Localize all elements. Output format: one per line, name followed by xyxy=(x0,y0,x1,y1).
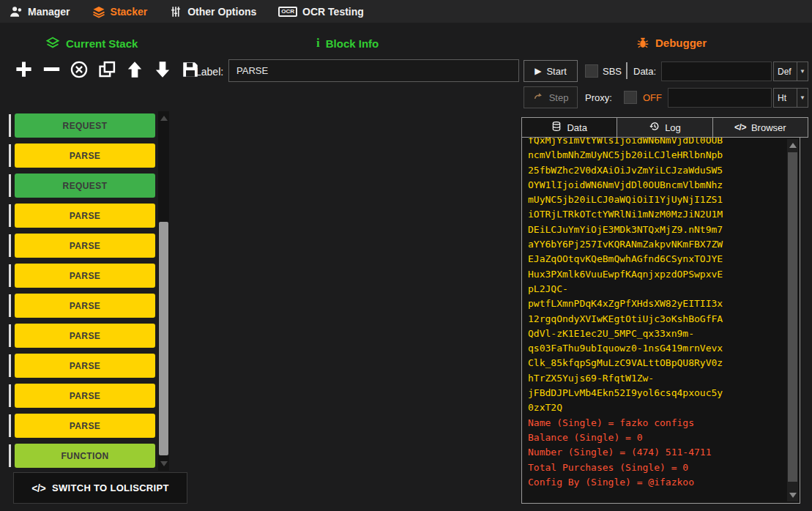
nav-ocr-testing[interactable]: OCR OCR Testing xyxy=(278,6,364,18)
chevron-down-icon: ▼ xyxy=(797,89,808,107)
stack-block[interactable]: REQUEST xyxy=(15,174,155,198)
database-icon xyxy=(551,121,562,134)
nav-manager[interactable]: Manager xyxy=(10,5,70,18)
stack-block-list: REQUEST PARSE REQUEST PARSE PARSE PARSE … xyxy=(15,113,155,474)
copy-icon xyxy=(98,60,116,81)
nav-other-options-label: Other Options xyxy=(187,6,256,18)
switch-to-loliscript-button[interactable]: </> SWITCH TO LOLISCRIPT xyxy=(13,472,187,504)
tab-browser[interactable]: </> Browser xyxy=(712,117,808,138)
stack-block[interactable]: FUNCTION xyxy=(15,444,155,468)
proxy-checkbox[interactable] xyxy=(624,91,637,104)
code-icon: </> xyxy=(734,122,746,133)
sbs-checkbox[interactable] xyxy=(585,64,598,78)
history-clock-icon xyxy=(649,121,660,134)
captured-data-text: Name (Single) = fazko configs Balance (S… xyxy=(528,416,778,490)
debugger-tabs: Data Log </> Browser xyxy=(521,117,808,138)
add-block-button[interactable] xyxy=(12,58,35,83)
nav-stacker[interactable]: Stacker xyxy=(92,5,148,18)
tab-data-label: Data xyxy=(567,122,586,133)
data-label: Data: xyxy=(633,66,656,77)
scroll-up-icon[interactable] xyxy=(789,143,797,148)
proxy-type-dropdown[interactable]: Ht ▼ xyxy=(773,88,808,108)
wordlist-type-dropdown[interactable]: Def ▼ xyxy=(773,61,808,81)
tab-browser-label: Browser xyxy=(751,122,786,133)
debugger-output-text: fQxMjYsImVtYWlsIjoidWN6NmVjdDl0OUB ncmVl… xyxy=(528,137,778,490)
stack-diamond-icon xyxy=(45,36,60,51)
move-block-down-button[interactable] xyxy=(151,58,174,83)
scroll-down-icon[interactable] xyxy=(789,493,797,498)
step-arrow-icon xyxy=(533,92,544,104)
stack-block[interactable]: REQUEST xyxy=(15,113,155,138)
block-info-title: Block Info xyxy=(326,37,379,50)
disable-block-button[interactable] xyxy=(67,58,91,83)
plus-icon xyxy=(14,59,34,81)
stack-block[interactable]: PARSE xyxy=(15,324,155,348)
stack-block[interactable]: PARSE xyxy=(15,294,155,318)
scroll-up-icon[interactable] xyxy=(160,116,168,121)
remove-block-button[interactable] xyxy=(40,58,63,83)
current-stack-title: Current Stack xyxy=(66,37,138,50)
step-button-label: Step xyxy=(549,92,569,103)
sbs-label: SBS xyxy=(603,66,622,77)
block-label-input[interactable] xyxy=(228,59,519,82)
stack-toolbar xyxy=(12,58,202,83)
code-icon: </> xyxy=(31,482,45,494)
circle-x-icon xyxy=(70,60,89,81)
scroll-down-icon[interactable] xyxy=(160,461,168,466)
info-icon: i xyxy=(316,36,320,51)
arrow-up-icon xyxy=(125,60,144,81)
start-button[interactable]: ▶ Start xyxy=(524,60,578,82)
stack-block[interactable]: PARSE xyxy=(15,414,155,438)
wordlist-type-value: Def xyxy=(774,67,797,77)
arrow-down-icon xyxy=(153,60,172,81)
step-button[interactable]: Step xyxy=(524,86,578,108)
clone-block-button[interactable] xyxy=(95,58,119,83)
current-stack-header: Current Stack xyxy=(45,36,138,51)
stack-block[interactable]: PARSE xyxy=(15,264,155,288)
stack-block[interactable]: PARSE xyxy=(15,204,155,228)
nav-manager-label: Manager xyxy=(28,6,70,18)
stack-scrollbar-thumb[interactable] xyxy=(159,222,168,455)
move-block-up-button[interactable] xyxy=(123,58,146,83)
nav-other-options[interactable]: Other Options xyxy=(169,5,256,18)
ocr-icon: OCR xyxy=(278,7,297,17)
tab-log-label: Log xyxy=(665,122,681,133)
nav-stacker-label: Stacker xyxy=(111,6,148,18)
chevron-down-icon: ▼ xyxy=(797,62,808,81)
block-label-caption: Label: xyxy=(195,66,223,78)
output-scrollbar-thumb[interactable] xyxy=(788,152,797,482)
proxy-type-value: Ht xyxy=(774,93,797,103)
tab-log[interactable]: Log xyxy=(617,117,712,138)
sliders-icon xyxy=(169,5,182,18)
start-button-label: Start xyxy=(546,66,566,77)
stack-block[interactable]: PARSE xyxy=(15,354,155,378)
manager-user-icon xyxy=(10,5,23,18)
debugger-title: Debugger xyxy=(655,37,707,49)
bug-icon xyxy=(636,36,649,49)
proxy-label: Proxy: xyxy=(585,92,612,103)
proxy-status: OFF xyxy=(643,92,662,103)
data-input[interactable] xyxy=(661,61,772,81)
top-navbar: Manager Stacker Other Options OCR OCR Te… xyxy=(0,0,812,23)
stack-layers-icon xyxy=(92,5,105,18)
switch-button-label: SWITCH TO LOLISCRIPT xyxy=(52,482,169,493)
debugger-output-panel: fQxMjYsImVtYWlsIjoidWN6NmVjdDl0OUB ncmVl… xyxy=(521,137,800,504)
tab-data[interactable]: Data xyxy=(521,117,617,138)
controls-divider xyxy=(626,62,627,79)
output-scrollbar[interactable] xyxy=(787,139,798,501)
block-info-header: i Block Info xyxy=(316,36,379,51)
stack-scrollbar[interactable] xyxy=(158,111,169,471)
stack-block[interactable]: PARSE xyxy=(15,143,155,168)
stack-block[interactable]: PARSE xyxy=(15,234,155,258)
nav-ocr-label: OCR Testing xyxy=(302,6,364,18)
proxy-input[interactable] xyxy=(668,88,772,108)
minus-icon xyxy=(42,59,62,81)
stack-block[interactable]: PARSE xyxy=(15,384,155,408)
response-text: fQxMjYsImVtYWlsIjoidWN6NmVjdDl0OUB ncmVl… xyxy=(528,137,778,416)
debugger-header: Debugger xyxy=(636,36,707,49)
play-icon: ▶ xyxy=(534,66,541,76)
